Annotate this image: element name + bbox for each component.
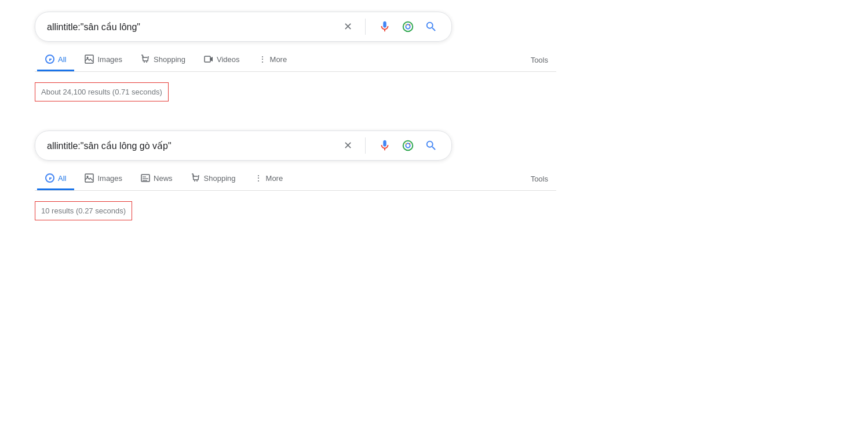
lens-button-1[interactable]: [399, 18, 417, 35]
clear-icon-2[interactable]: ✕: [341, 137, 355, 154]
search-bar-2[interactable]: ✕: [35, 130, 452, 161]
more-dots-icon-2: ⋮: [254, 173, 262, 183]
tab-more-1[interactable]: ⋮ More: [250, 49, 296, 71]
search-input-2[interactable]: [47, 140, 341, 151]
search-icon-1: [425, 20, 437, 33]
more-dots-icon-1: ⋮: [258, 55, 267, 64]
tab-all-2[interactable]: All: [37, 168, 74, 190]
mic-button-2[interactable]: [376, 137, 393, 154]
videos-icon-1: [204, 55, 213, 64]
tab-news-2[interactable]: News: [133, 168, 181, 190]
lens-icon-2: [402, 139, 414, 152]
search-block-2: ✕: [35, 130, 833, 226]
results-count-text-2: 10 results (0.27 seconds): [35, 201, 132, 220]
svg-point-2: [406, 24, 407, 26]
search-button-1[interactable]: [422, 18, 440, 35]
mic-icon-1: [378, 20, 391, 33]
news-icon-2: [141, 173, 150, 183]
divider-1: [365, 19, 366, 35]
lens-button-2[interactable]: [399, 137, 417, 154]
shopping-icon-1: [141, 55, 150, 64]
shopping-icon-2: [191, 173, 200, 183]
divider-2: [365, 137, 366, 154]
svg-point-7: [144, 61, 145, 63]
tab-videos-1[interactable]: Videos: [196, 49, 248, 71]
search-bar-1[interactable]: ✕: [35, 12, 452, 42]
svg-point-22: [196, 180, 198, 182]
tab-shopping-1[interactable]: Shopping: [133, 49, 194, 71]
results-count-1: About 24,100 results (0.71 seconds): [35, 72, 833, 107]
svg-rect-9: [205, 56, 210, 62]
svg-point-13: [409, 143, 410, 144]
search-icon-2: [425, 139, 437, 152]
tools-tab-2[interactable]: Tools: [523, 169, 556, 189]
tab-images-2[interactable]: Images: [76, 168, 130, 190]
nav-tabs-1: All Images Shopping Videos ⋮ More Tools: [35, 49, 556, 72]
mic-button-1[interactable]: [376, 18, 393, 35]
lens-icon-1: [402, 20, 414, 33]
mic-icon-2: [378, 139, 391, 152]
svg-point-3: [409, 24, 410, 26]
results-count-2: 10 results (0.27 seconds): [35, 191, 833, 226]
images-icon-2: [85, 173, 94, 183]
google-q-icon-1: [45, 55, 54, 64]
images-icon-1: [85, 55, 94, 64]
search-block-1: ✕: [35, 12, 833, 107]
results-count-text-1: About 24,100 results (0.71 seconds): [35, 82, 169, 101]
tab-more-2[interactable]: ⋮ More: [246, 168, 291, 190]
svg-point-10: [403, 141, 413, 151]
tab-shopping-2[interactable]: Shopping: [183, 168, 244, 190]
svg-point-0: [403, 22, 413, 32]
svg-point-12: [406, 143, 407, 144]
svg-point-21: [194, 180, 195, 182]
tab-images-1[interactable]: Images: [76, 49, 130, 71]
svg-point-8: [146, 61, 147, 63]
search-input-1[interactable]: [47, 21, 341, 32]
google-q-icon-2: [45, 173, 54, 183]
search-button-2[interactable]: [422, 137, 440, 154]
tools-tab-1[interactable]: Tools: [523, 50, 556, 70]
tab-all-1[interactable]: All: [37, 49, 74, 71]
clear-icon-1[interactable]: ✕: [341, 18, 355, 35]
nav-tabs-2: All Images News Shopping ⋮ More Tools: [35, 168, 556, 191]
